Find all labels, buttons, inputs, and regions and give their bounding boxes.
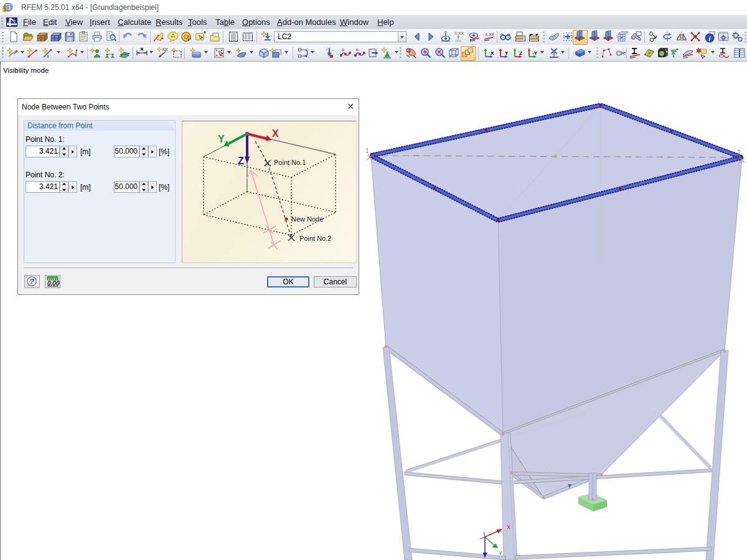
svg-text:Z: Z	[238, 156, 244, 166]
svg-text:0.00: 0.00	[47, 280, 60, 287]
svg-text:X: X	[272, 128, 279, 139]
svg-text:?: ?	[30, 278, 35, 286]
svg-text:New Node: New Node	[291, 215, 323, 223]
svg-text:Point No.1: Point No.1	[274, 159, 306, 166]
svg-text:5: 5	[2, 4, 7, 14]
svg-text:Point No.2: Point No.2	[299, 235, 331, 242]
svg-text:Y: Y	[218, 134, 225, 144]
